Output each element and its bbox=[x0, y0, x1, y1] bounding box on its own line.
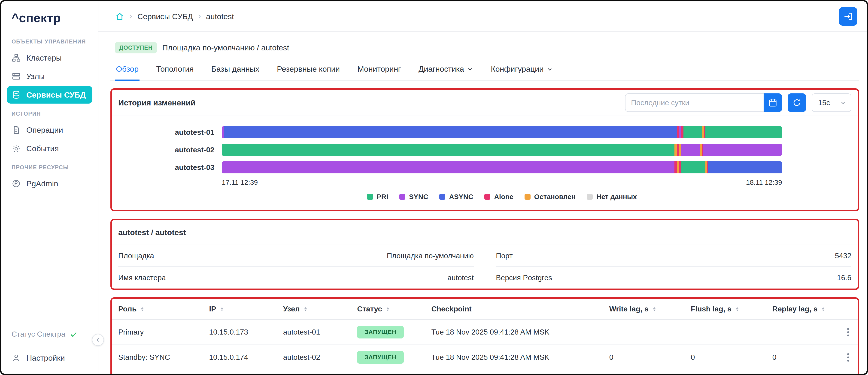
row-actions-kebab-icon[interactable] bbox=[843, 352, 853, 363]
table-row: Standby: SYNC10.15.0.174autotest-02ЗАПУЩ… bbox=[112, 345, 858, 370]
sort-icon bbox=[820, 306, 826, 313]
sidebar-item-settings[interactable]: Настройки bbox=[7, 349, 92, 364]
col-header-label: Узел bbox=[283, 305, 300, 313]
row-actions-kebab-icon[interactable] bbox=[843, 327, 853, 337]
cell-flush_lag: 0 bbox=[686, 370, 768, 374]
chevron-down-icon bbox=[467, 66, 473, 73]
timeline-segment bbox=[677, 144, 679, 156]
events-icon bbox=[11, 144, 21, 153]
info-label: Версия Postgres bbox=[496, 273, 555, 282]
timeline-row: autotest-03 bbox=[112, 158, 858, 176]
info-value: 16.6 bbox=[837, 273, 851, 282]
legend-label: SYNC bbox=[409, 193, 428, 201]
col-flush_lag-header[interactable]: Flush lag, s bbox=[686, 299, 768, 319]
timeline-legend: PRISYNCASYNCAloneОстановленНет данных bbox=[222, 193, 782, 201]
logout-icon bbox=[843, 11, 853, 21]
legend-item: SYNC bbox=[399, 193, 428, 201]
col-status-header[interactable]: Статус bbox=[352, 299, 427, 319]
sidebar-item-nodes[interactable]: Узлы bbox=[7, 67, 92, 85]
col-actions-header bbox=[838, 299, 858, 319]
logout-button[interactable] bbox=[839, 7, 857, 26]
sidebar-item-label: Операции bbox=[26, 125, 63, 135]
col-ip-header[interactable]: IP bbox=[205, 299, 279, 319]
app-window: ^спектр ОБЪЕКТЫ УПРАВЛЕНИЯКластерыУзлыСе… bbox=[0, 0, 868, 375]
timeline-segment bbox=[222, 144, 675, 156]
timeline-axis: 17.11 12:39 18.11 12:39 bbox=[222, 178, 782, 186]
tab-базы данных[interactable]: Базы данных bbox=[210, 59, 260, 81]
tab-топология[interactable]: Топология bbox=[155, 59, 195, 81]
sidebar-collapse-button[interactable] bbox=[92, 334, 104, 346]
col-header-inner: Flush lag, s bbox=[691, 305, 763, 313]
timeline-bar bbox=[222, 162, 782, 173]
legend-item: Нет данных bbox=[587, 193, 637, 201]
table-row: Standby: ASYNC10.15.0.175autotest-03ЗАПУ… bbox=[112, 370, 858, 374]
state-timeline-chart: autotest-01autotest-02autotest-03 17.11 … bbox=[112, 116, 858, 210]
history-controls: 15с bbox=[625, 93, 851, 112]
refresh-button[interactable] bbox=[787, 93, 806, 112]
legend-item: Alone bbox=[484, 193, 513, 201]
chevron-down-icon bbox=[840, 99, 846, 106]
tab-label: Диагностика bbox=[418, 64, 464, 74]
info-label-text: Имя кластера bbox=[118, 273, 166, 282]
table-header-row: РольIPУзелСтатусCheckpointWrite lag, sFl… bbox=[112, 299, 858, 319]
tab-диагностика[interactable]: Диагностика bbox=[417, 59, 474, 81]
tab-label: Базы данных bbox=[211, 64, 259, 74]
col-node-header[interactable]: Узел bbox=[279, 299, 352, 319]
timeline-segment bbox=[677, 162, 679, 173]
breadcrumb-separator: › bbox=[129, 11, 132, 21]
col-replay_lag-header[interactable]: Replay lag, s bbox=[768, 299, 838, 319]
col-header-label: Write lag, s bbox=[609, 305, 649, 313]
tab-мониторинг[interactable]: Мониторинг bbox=[356, 59, 402, 81]
sort-icon bbox=[385, 306, 391, 313]
nodes-icon bbox=[11, 72, 21, 81]
tab-обзор[interactable]: Обзор bbox=[115, 59, 140, 81]
col-write_lag-header[interactable]: Write lag, s bbox=[605, 299, 686, 319]
tab-label: Конфигурации bbox=[491, 64, 544, 74]
cell-replay_lag bbox=[768, 319, 838, 345]
timeline-segment bbox=[224, 126, 677, 138]
col-header-label: Роль bbox=[118, 305, 136, 313]
timeline-segment bbox=[677, 126, 679, 138]
legend-swatch bbox=[525, 194, 531, 200]
sidebar-item-db-services[interactable]: Сервисы СУБД bbox=[7, 86, 92, 104]
spektr-status-link[interactable]: Статус Спектра bbox=[7, 326, 92, 342]
status-badge: ЗАПУЩЕН bbox=[357, 351, 404, 364]
status-badge: ЗАПУЩЕН bbox=[357, 326, 404, 339]
info-row: Имя кластераautotest bbox=[118, 267, 474, 289]
status-check-icon bbox=[69, 330, 78, 339]
cell-write_lag bbox=[605, 319, 686, 345]
spektr-status-label: Статус Спектра bbox=[11, 330, 65, 339]
tab-резервные копии[interactable]: Резервные копии bbox=[276, 59, 341, 81]
sidebar-item-clusters[interactable]: Кластеры bbox=[7, 49, 92, 66]
cluster-info-title: autotest / autotest bbox=[118, 228, 186, 237]
info-value: 5432 bbox=[835, 252, 851, 260]
date-range-input[interactable] bbox=[625, 93, 764, 112]
tab-конфигурации[interactable]: Конфигурации bbox=[490, 59, 554, 81]
sidebar-item-label: Узлы bbox=[26, 72, 44, 81]
page-content: ДОСТУПЕН Площадка по-умолчанию / autotes… bbox=[98, 32, 867, 374]
topbar: › Сервисы СУБД › autotest bbox=[98, 1, 867, 32]
breadcrumb-autotest[interactable]: autotest bbox=[206, 12, 234, 21]
refresh-interval-select[interactable]: 15с bbox=[812, 93, 851, 112]
timeline-row-label: autotest-02 bbox=[112, 146, 222, 154]
breadcrumb-services[interactable]: Сервисы СУБД bbox=[137, 12, 193, 21]
cell-node: autotest-02 bbox=[279, 345, 352, 370]
info-column: ПлощадкаПлощадка по-умолчаниюИмя кластер… bbox=[118, 245, 474, 289]
cell-checkpoint: Tue 18 Nov 2025 09:41:28 AM MSK bbox=[427, 319, 604, 345]
date-range-group bbox=[625, 93, 782, 112]
timeline-row: autotest-02 bbox=[112, 141, 858, 158]
cell-write_lag: 0 bbox=[605, 345, 686, 370]
info-label: Имя кластера bbox=[118, 273, 166, 282]
info-label-text: Площадка bbox=[118, 252, 154, 260]
calendar-button[interactable] bbox=[764, 93, 782, 112]
sidebar-item-events[interactable]: События bbox=[7, 140, 92, 157]
service-status-row: ДОСТУПЕН Площадка по-умолчанию / autotes… bbox=[111, 36, 859, 54]
sort-icon bbox=[219, 306, 225, 313]
col-role-header[interactable]: Роль bbox=[112, 299, 205, 319]
sidebar-item-operations[interactable]: Операции bbox=[7, 121, 92, 139]
timeline-bar bbox=[222, 126, 782, 138]
sidebar-item-pgadmin[interactable]: PgAdmin bbox=[7, 175, 92, 192]
sidebar: ^спектр ОБЪЕКТЫ УПРАВЛЕНИЯКластерыУзлыСе… bbox=[1, 1, 98, 374]
home-icon[interactable] bbox=[115, 12, 124, 21]
tab-label: Обзор bbox=[116, 64, 138, 74]
